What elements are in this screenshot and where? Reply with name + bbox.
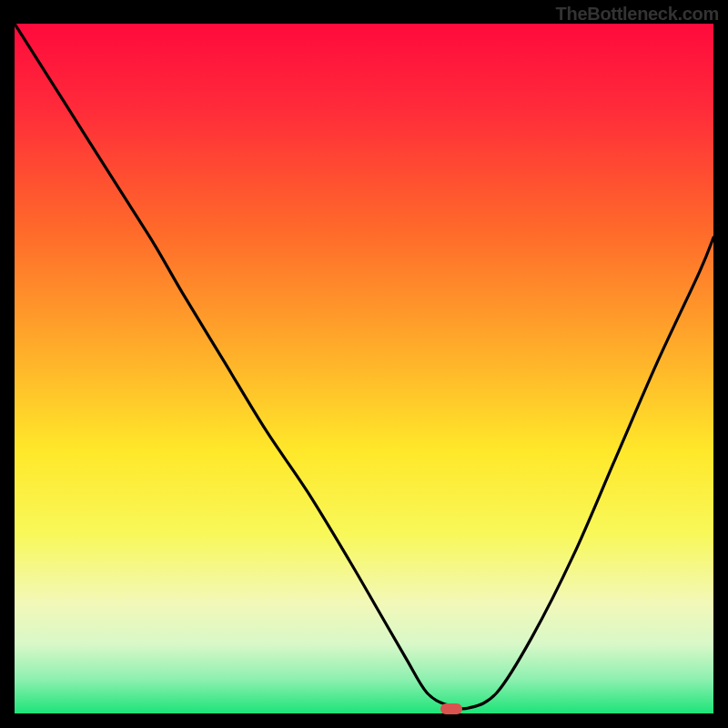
optimal-marker [440,703,462,714]
bottleneck-curve [15,24,713,713]
watermark-label: TheBottleneck.com [556,4,719,25]
plot-area [15,24,713,713]
chart-root: TheBottleneck.com [0,0,728,728]
